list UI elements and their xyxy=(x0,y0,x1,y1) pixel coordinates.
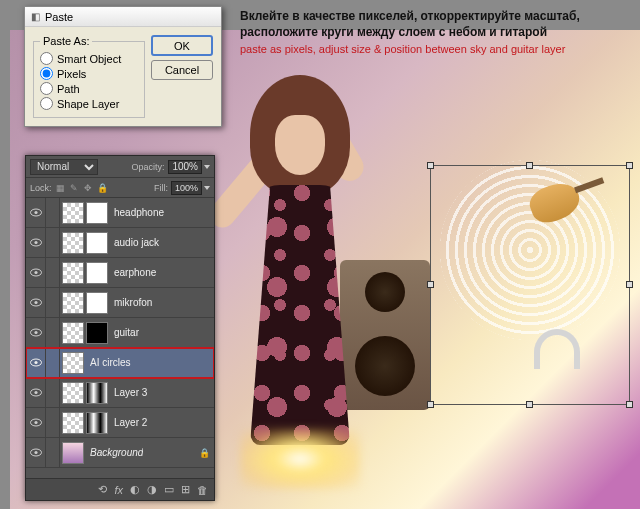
visibility-toggle[interactable] xyxy=(26,318,46,347)
mask-thumb[interactable] xyxy=(86,292,108,314)
visibility-toggle[interactable] xyxy=(26,348,46,377)
visibility-toggle[interactable] xyxy=(26,438,46,467)
layer-list: headphone audio jack earphone mikrofon g… xyxy=(26,198,214,468)
layer-name[interactable]: guitar xyxy=(110,327,139,338)
group-icon[interactable]: ▭ xyxy=(164,483,174,496)
new-layer-icon[interactable]: ⊞ xyxy=(181,483,190,496)
panel-footer: ⟲ fx ◐ ◑ ▭ ⊞ 🗑 xyxy=(26,478,214,500)
layer-row[interactable]: guitar xyxy=(26,318,214,348)
layer-row[interactable]: Layer 3 xyxy=(26,378,214,408)
layer-thumb[interactable] xyxy=(62,382,84,404)
instruction-text: Вклейте в качестве пикселей, откорректир… xyxy=(240,8,630,57)
fx-icon[interactable]: fx xyxy=(114,484,123,496)
layer-name[interactable]: Background xyxy=(86,447,143,458)
dialog-titlebar[interactable]: ◧ Paste xyxy=(25,7,221,27)
instruction-ru: Вклейте в качестве пикселей, откорректир… xyxy=(240,8,630,40)
fill-field[interactable]: 100% xyxy=(171,181,210,195)
opacity-field[interactable]: 100% xyxy=(168,160,210,174)
label-pixels: Pixels xyxy=(57,68,86,80)
fill-value[interactable]: 100% xyxy=(171,181,202,195)
mask-thumb[interactable] xyxy=(86,382,108,404)
lock-label: Lock: xyxy=(30,183,52,193)
svg-point-7 xyxy=(34,301,37,304)
layers-panel: Normal Opacity: 100% Lock: ▦ ✎ ✥ 🔒 Fill:… xyxy=(25,155,215,501)
layer-thumb[interactable] xyxy=(62,232,84,254)
layer-thumb[interactable] xyxy=(62,352,84,374)
lock-buttons[interactable]: ▦ ✎ ✥ 🔒 xyxy=(55,183,108,193)
visibility-toggle[interactable] xyxy=(26,198,46,227)
radio-path[interactable] xyxy=(40,82,53,95)
trash-icon[interactable]: 🗑 xyxy=(197,484,208,496)
instruction-en: paste as pixels, adjust size & position … xyxy=(240,42,630,57)
lock-pixels-icon[interactable]: ✎ xyxy=(69,183,80,193)
layer-row[interactable]: audio jack xyxy=(26,228,214,258)
visibility-toggle[interactable] xyxy=(26,288,46,317)
layer-thumb[interactable] xyxy=(62,292,84,314)
radio-pixels[interactable] xyxy=(40,67,53,80)
layer-row[interactable]: earphone xyxy=(26,258,214,288)
chevron-down-icon[interactable] xyxy=(204,165,210,169)
adjustment-icon[interactable]: ◑ xyxy=(147,483,157,496)
layer-row-background[interactable]: Background 🔒 xyxy=(26,438,214,468)
svg-point-17 xyxy=(34,451,37,454)
model-graphic xyxy=(220,75,380,495)
mask-thumb[interactable] xyxy=(86,202,108,224)
layer-name[interactable]: Layer 3 xyxy=(110,387,147,398)
dialog-app-icon: ◧ xyxy=(29,11,41,23)
svg-point-1 xyxy=(34,211,37,214)
mask-thumb[interactable] xyxy=(86,262,108,284)
mask-thumb[interactable] xyxy=(86,322,108,344)
layer-name[interactable]: AI circles xyxy=(86,357,131,368)
fill-label: Fill: xyxy=(154,183,168,193)
layer-name[interactable]: headphone xyxy=(110,207,164,218)
mask-thumb[interactable] xyxy=(86,232,108,254)
option-path[interactable]: Path xyxy=(40,81,138,96)
blend-mode-select[interactable]: Normal xyxy=(30,159,98,175)
opacity-value[interactable]: 100% xyxy=(168,160,202,174)
visibility-toggle[interactable] xyxy=(26,408,46,437)
lock-transparency-icon[interactable]: ▦ xyxy=(55,183,66,193)
layer-name[interactable]: earphone xyxy=(110,267,156,278)
svg-point-5 xyxy=(34,271,37,274)
svg-point-13 xyxy=(34,391,37,394)
radio-shape-layer[interactable] xyxy=(40,97,53,110)
layer-row-selected[interactable]: AI circles xyxy=(26,348,214,378)
mask-icon[interactable]: ◐ xyxy=(130,483,140,496)
visibility-toggle[interactable] xyxy=(26,378,46,407)
layer-thumb[interactable] xyxy=(62,322,84,344)
option-pixels[interactable]: Pixels xyxy=(40,66,138,81)
lock-all-icon[interactable]: 🔒 xyxy=(97,183,108,193)
chevron-down-icon[interactable] xyxy=(204,186,210,190)
link-layers-icon[interactable]: ⟲ xyxy=(98,483,107,496)
opacity-label: Opacity: xyxy=(131,162,164,172)
layer-thumb[interactable] xyxy=(62,412,84,434)
option-shape-layer[interactable]: Shape Layer xyxy=(40,96,138,111)
label-shape-layer: Shape Layer xyxy=(57,98,119,110)
label-smart-object: Smart Object xyxy=(57,53,121,65)
paste-as-group: Paste As: Smart Object Pixels Path Shape… xyxy=(33,35,145,118)
lock-position-icon[interactable]: ✥ xyxy=(83,183,94,193)
cancel-button[interactable]: Cancel xyxy=(151,60,213,80)
paste-dialog: ◧ Paste Paste As: Smart Object Pixels Pa… xyxy=(24,6,222,127)
svg-point-11 xyxy=(34,361,37,364)
layer-name[interactable]: mikrofon xyxy=(110,297,152,308)
label-path: Path xyxy=(57,83,80,95)
svg-point-3 xyxy=(34,241,37,244)
svg-point-9 xyxy=(34,331,37,334)
mask-thumb[interactable] xyxy=(86,412,108,434)
ok-button[interactable]: OK xyxy=(151,35,213,56)
dialog-title: Paste xyxy=(45,11,73,23)
layer-row[interactable]: mikrofon xyxy=(26,288,214,318)
option-smart-object[interactable]: Smart Object xyxy=(40,51,138,66)
layer-row[interactable]: Layer 2 xyxy=(26,408,214,438)
layer-thumb[interactable] xyxy=(62,262,84,284)
layer-name[interactable]: audio jack xyxy=(110,237,159,248)
layer-row[interactable]: headphone xyxy=(26,198,214,228)
visibility-toggle[interactable] xyxy=(26,228,46,257)
layer-name[interactable]: Layer 2 xyxy=(110,417,147,428)
layer-thumb[interactable] xyxy=(62,202,84,224)
free-transform-bounds[interactable] xyxy=(430,165,630,405)
radio-smart-object[interactable] xyxy=(40,52,53,65)
visibility-toggle[interactable] xyxy=(26,258,46,287)
layer-thumb[interactable] xyxy=(62,442,84,464)
